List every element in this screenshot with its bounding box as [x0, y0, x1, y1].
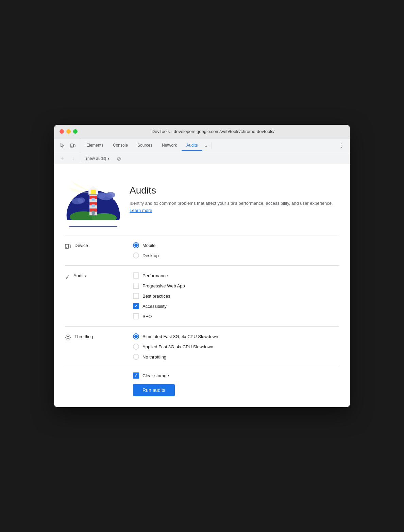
device-mobile-option[interactable]: Mobile: [133, 242, 339, 248]
more-tabs-button[interactable]: »: [202, 140, 210, 151]
device-section: Device Mobile Desktop: [54, 235, 350, 265]
throttling-simulated-option[interactable]: Simulated Fast 3G, 4x CPU Slowdown: [133, 333, 339, 339]
audit-performance-label: Performance: [142, 273, 168, 278]
block-icon[interactable]: ⊘: [115, 155, 122, 162]
throttling-simulated-label: Simulated Fast 3G, 4x CPU Slowdown: [142, 334, 218, 339]
svg-rect-30: [91, 211, 95, 215]
throttling-section: Throttling Simulated Fast 3G, 4x CPU Slo…: [54, 327, 350, 367]
audit-pwa-option[interactable]: Progressive Web App: [133, 283, 339, 289]
audit-best-practices-checkbox[interactable]: [133, 293, 139, 299]
gear-icon: [65, 334, 71, 342]
close-button[interactable]: [60, 129, 64, 134]
header-description: Identify and fix common problems that af…: [130, 200, 339, 214]
audits-toolbar: + ↓ (new audit) ▾ ⊘: [54, 153, 350, 164]
tabbar: Elements Console Sources Network Audits …: [54, 138, 350, 153]
tab-audits[interactable]: Audits: [182, 140, 202, 151]
svg-point-16: [106, 192, 115, 198]
main-content: Audits Identify and fix common problems …: [54, 164, 350, 407]
titlebar: DevTools - developers.google.com/web/too…: [54, 125, 350, 138]
traffic-lights: [60, 129, 78, 134]
svg-point-4: [77, 186, 78, 188]
audit-seo-label: SEO: [142, 314, 152, 319]
devtools-window: DevTools - developers.google.com/web/too…: [54, 125, 350, 407]
device-label: Device: [65, 242, 133, 259]
audit-accessibility-option[interactable]: ✓ Accessibility: [133, 303, 339, 309]
checkmark-icon: ✓: [65, 273, 70, 281]
audit-performance-option[interactable]: Performance: [133, 272, 339, 279]
throttling-simulated-radio[interactable]: [133, 333, 139, 339]
checkbox-check-icon: ✓: [134, 304, 138, 308]
throttling-applied-option[interactable]: Applied Fast 3G, 4x CPU Slowdown: [133, 344, 339, 350]
audit-accessibility-label: Accessibility: [142, 304, 167, 309]
clear-storage-label: Clear storage: [142, 373, 169, 378]
audits-label: ✓ Audits: [65, 272, 133, 319]
clear-storage-checkbox[interactable]: ✓: [133, 372, 139, 379]
radio-selected-indicator-2: [134, 335, 138, 338]
svg-rect-31: [91, 198, 95, 200]
audit-best-practices-label: Best practices: [142, 294, 170, 299]
device-desktop-option[interactable]: Desktop: [133, 252, 339, 259]
throttling-none-label: No throttling: [142, 354, 166, 360]
minimize-button[interactable]: [66, 129, 71, 134]
device-mobile-radio[interactable]: [133, 242, 139, 248]
svg-point-37: [67, 336, 69, 338]
maximize-button[interactable]: [73, 129, 78, 134]
lighthouse-illustration: [65, 172, 121, 227]
device-icon[interactable]: [68, 141, 77, 150]
add-audit-button[interactable]: +: [58, 154, 66, 163]
device-icon: [65, 243, 71, 251]
audit-seo-checkbox[interactable]: [133, 313, 139, 319]
download-button[interactable]: ↓: [69, 154, 77, 163]
svg-point-11: [102, 188, 103, 189]
svg-rect-1: [73, 145, 75, 147]
cursor-icon[interactable]: [58, 141, 67, 150]
throttling-none-option[interactable]: No throttling: [133, 354, 339, 360]
svg-marker-28: [88, 186, 98, 189]
audit-best-practices-option[interactable]: Best practices: [133, 293, 339, 299]
audits-options: Performance Progressive Web App Best pra…: [133, 272, 339, 319]
svg-point-6: [96, 180, 97, 182]
audit-performance-checkbox[interactable]: [133, 272, 139, 279]
audits-label-text: Audits: [73, 273, 86, 278]
throttling-applied-label: Applied Fast 3G, 4x CPU Slowdown: [142, 344, 213, 349]
tabs-container: Elements Console Sources Network Audits …: [82, 140, 210, 151]
svg-point-9: [72, 195, 73, 196]
audit-selector[interactable]: (new audit) ▾: [83, 155, 113, 162]
device-mobile-label: Mobile: [142, 243, 155, 248]
throttling-none-radio[interactable]: [133, 354, 139, 360]
audit-pwa-checkbox[interactable]: [133, 283, 139, 289]
radio-selected-indicator: [134, 244, 138, 247]
learn-more-link[interactable]: Learn more: [130, 208, 152, 213]
audits-section: ✓ Audits Performance Progressive Web App…: [54, 266, 350, 326]
clear-storage-option[interactable]: ✓ Clear storage: [133, 372, 339, 379]
tab-sources[interactable]: Sources: [133, 140, 157, 151]
throttling-options: Simulated Fast 3G, 4x CPU Slowdown Appli…: [133, 333, 339, 360]
header-text-container: Audits Identify and fix common problems …: [130, 185, 339, 214]
window-title: DevTools - developers.google.com/web/too…: [82, 129, 344, 134]
page-title: Audits: [130, 185, 339, 196]
svg-point-12: [113, 199, 114, 200]
tab-console[interactable]: Console: [108, 140, 133, 151]
run-section: ✓ Clear storage Run audits: [54, 367, 350, 407]
tab-elements[interactable]: Elements: [82, 140, 108, 151]
run-audits-button[interactable]: Run audits: [133, 384, 175, 396]
svg-rect-35: [69, 245, 71, 248]
audit-seo-option[interactable]: SEO: [133, 313, 339, 319]
svg-point-19: [78, 198, 85, 203]
tab-separator: [212, 142, 212, 149]
audit-selector-label: (new audit): [86, 156, 106, 161]
devtools-menu-button[interactable]: ⋮: [336, 140, 347, 152]
throttling-label-text: Throttling: [74, 334, 93, 339]
svg-rect-32: [91, 204, 95, 207]
svg-rect-27: [88, 194, 98, 195]
chevron-down-icon: ▾: [107, 156, 110, 161]
tab-network[interactable]: Network: [157, 140, 182, 151]
svg-rect-29: [91, 189, 96, 194]
audit-accessibility-checkbox[interactable]: ✓: [133, 303, 139, 309]
throttling-label: Throttling: [65, 333, 133, 360]
svg-point-7: [105, 185, 106, 186]
throttling-applied-radio[interactable]: [133, 344, 139, 350]
device-desktop-radio[interactable]: [133, 252, 139, 259]
header-section: Audits Identify and fix common problems …: [54, 164, 350, 235]
devtools-icons: [57, 138, 80, 153]
